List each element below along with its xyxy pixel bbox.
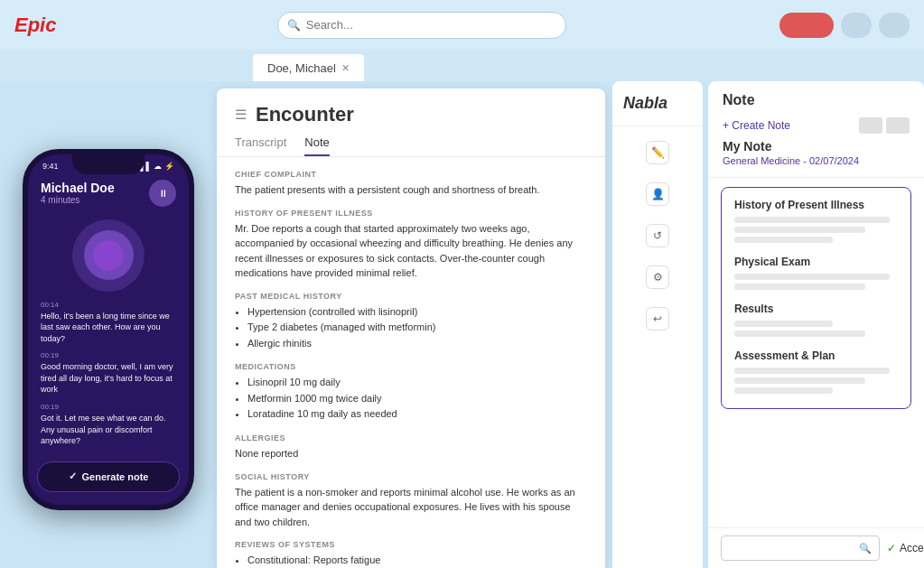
tab-label: Doe, Michael — [267, 61, 336, 75]
accept-label: Accept — [900, 542, 924, 554]
encounter-panel: ☰ Encounter Transcript Note Chief Compla… — [217, 88, 605, 568]
note-body: History of Present Illness Physical Exam… — [708, 178, 924, 527]
note-line — [734, 227, 865, 233]
phone-circle-outer — [72, 219, 145, 292]
list-item: Hypertension (controlled with lisinopril… — [247, 304, 587, 321]
phone-signal-icons: ▌▌ ☁ ⚡ — [140, 162, 174, 171]
section-label-pmh: Past Medical History — [235, 292, 587, 301]
encounter-title: Encounter — [256, 103, 354, 126]
chat-text-2: Got it. Let me see what we can do. Any u… — [41, 413, 176, 447]
tab-doe-michael[interactable]: Doe, Michael ✕ — [253, 54, 364, 81]
section-text-allergies: None reported — [235, 446, 587, 461]
settings-icon[interactable]: ⚙ — [646, 265, 669, 289]
phone-user-row: Michael Doe 4 minutes ⏸ — [41, 180, 176, 207]
chat-message-0: 00:14 Hello, it's been a long time since… — [41, 301, 176, 345]
note-date: General Medicine - 02/07/2024 — [723, 155, 910, 166]
search-icon: 🔍 — [287, 19, 301, 32]
encounter-title-row: ☰ Encounter — [235, 103, 587, 126]
section-text-social: The patient is a non-smoker and reports … — [235, 485, 587, 530]
chat-time-0: 00:14 — [41, 301, 176, 309]
phone-circle-dot — [93, 240, 124, 271]
note-toggle-1[interactable] — [859, 117, 882, 134]
main-area: 9:41 ▌▌ ☁ ⚡ Michael Doe 4 minutes ⏸ — [0, 81, 924, 568]
edit-icon[interactable]: ✏️ — [646, 141, 669, 164]
note-toggle-2[interactable] — [886, 117, 910, 134]
phone-notch — [72, 154, 145, 174]
create-note-button[interactable]: + Create Note — [723, 119, 790, 132]
epic-logo: Epic — [14, 14, 56, 37]
list-item: Loratadine 10 mg daily as needed — [247, 406, 587, 423]
nabla-panel: Nabla ✏️ 👤 ↺ ⚙ ↩ — [612, 81, 703, 568]
phone-content: Michael Doe 4 minutes ⏸ — [28, 171, 189, 454]
accept-button[interactable]: ✓ Accept — [887, 542, 924, 554]
note-card: History of Present Illness Physical Exam… — [721, 187, 911, 409]
phone-user-time: 4 minutes — [41, 195, 115, 205]
generate-note-button[interactable]: ✓ Generate note — [37, 461, 180, 492]
phone-user-info: Michael Doe 4 minutes — [41, 181, 115, 205]
top-button-gray2[interactable] — [879, 13, 910, 38]
note-section-hpi-title: History of Present Illness — [734, 199, 898, 211]
note-panel: Note + Create Note My Note General Medic… — [708, 81, 924, 568]
section-label-hpi: History of Present Illness — [235, 209, 587, 218]
tab-note[interactable]: Note — [304, 135, 329, 156]
phone-circle-inner — [84, 230, 134, 280]
list-item: Allergic rhinitis — [247, 336, 587, 352]
reply-icon[interactable]: ↩ — [646, 307, 669, 331]
pmh-list: Hypertension (controlled with lisinopril… — [235, 304, 587, 352]
search-bar-wrapper: 🔍 — [74, 12, 769, 39]
user-icon[interactable]: 👤 — [646, 182, 669, 206]
checkmark-icon: ✓ — [69, 470, 77, 482]
top-button-gray1[interactable] — [841, 13, 872, 38]
note-line — [734, 237, 833, 243]
top-bar: Epic 🔍 — [0, 0, 924, 50]
medications-list: Lisinopril 10 mg daily Metformin 1000 mg… — [235, 375, 587, 423]
create-note-label: + Create Note — [723, 119, 790, 132]
note-section-assessment-title: Assessment & Plan — [734, 349, 898, 362]
phone-footer: ✓ Generate note — [28, 454, 189, 505]
note-line — [734, 321, 833, 327]
top-button-red[interactable] — [779, 13, 834, 38]
chat-message-1: 00:19 Good morning doctor, well, I am ve… — [41, 351, 176, 396]
tab-close-icon[interactable]: ✕ — [341, 62, 350, 74]
section-text-chief-complaint: The patient presents with a persistent c… — [235, 182, 587, 198]
note-section-pe-title: Physical Exam — [734, 256, 898, 268]
note-line — [734, 387, 833, 394]
note-footer: 🔍 ✓ Accept ✕ Cancel — [708, 527, 924, 568]
search-input[interactable] — [306, 18, 556, 32]
hamburger-icon[interactable]: ☰ — [235, 107, 247, 123]
phone-area: 9:41 ▌▌ ☁ ⚡ Michael Doe 4 minutes ⏸ — [0, 81, 217, 568]
phone-time: 9:41 — [42, 162, 59, 171]
note-header: Note + Create Note My Note General Medic… — [708, 81, 924, 178]
pause-icon: ⏸ — [158, 188, 168, 199]
nabla-logo: Nabla — [623, 94, 667, 112]
note-search-icon: 🔍 — [859, 543, 872, 554]
tab-row: Doe, Michael ✕ — [0, 50, 924, 81]
section-label-ros: Reviews of Systems — [235, 540, 587, 549]
encounter-tabs: Transcript Note — [235, 135, 587, 156]
phone-chat: 00:14 Hello, it's been a long time since… — [41, 301, 176, 454]
note-search-input[interactable] — [729, 543, 854, 554]
list-item: Lisinopril 10 mg daily — [247, 375, 587, 391]
top-right-buttons — [779, 13, 910, 38]
list-item: Type 2 diabetes (managed with metformin) — [247, 320, 587, 336]
note-line — [734, 284, 865, 290]
note-search-box: 🔍 — [721, 535, 880, 561]
chat-time-1: 00:19 — [41, 351, 176, 359]
check-icon: ✓ — [887, 542, 896, 554]
refresh-icon[interactable]: ↺ — [646, 224, 669, 247]
tab-transcript[interactable]: Transcript — [235, 135, 286, 156]
note-line — [734, 274, 890, 280]
nabla-icon-rail: ✏️ 👤 ↺ ⚙ ↩ — [612, 126, 703, 568]
phone: 9:41 ▌▌ ☁ ⚡ Michael Doe 4 minutes ⏸ — [23, 149, 194, 510]
search-bar[interactable]: 🔍 — [277, 12, 566, 39]
chat-time-2: 00:19 — [41, 403, 176, 411]
section-label-allergies: Allergies — [235, 433, 587, 442]
ros-list: Constitutional: Reports fatigue Respirat… — [235, 553, 587, 568]
section-label-medications: Medications — [235, 362, 587, 371]
note-line — [734, 217, 890, 223]
note-actions-row: + Create Note — [723, 117, 910, 134]
note-line — [734, 331, 865, 337]
chat-text-1: Good morning doctor, well, I am very tir… — [41, 361, 176, 396]
chat-text-0: Hello, it's been a long time since we la… — [41, 311, 176, 345]
note-toggle-group — [859, 117, 910, 134]
